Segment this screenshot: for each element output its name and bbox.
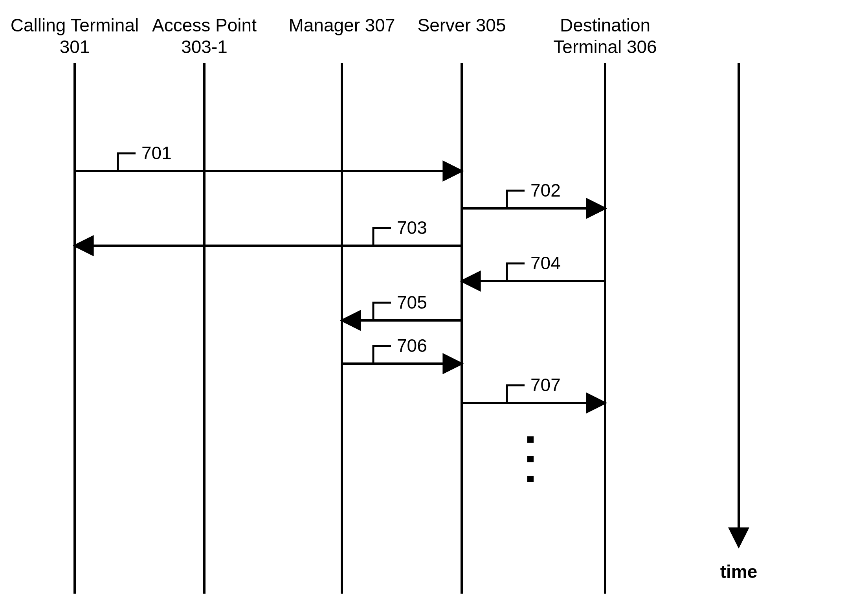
message-702: 702 [462, 180, 605, 208]
callout-bracket [373, 228, 391, 246]
message-704: 704 [462, 253, 605, 281]
callout-bracket [507, 263, 525, 281]
callout-bracket [507, 191, 525, 208]
ellipsis-icon [527, 436, 534, 482]
actor-label: Access Point [152, 15, 257, 35]
svg-rect-0 [527, 436, 534, 443]
message-label: 706 [397, 335, 427, 356]
message-label: 701 [141, 143, 172, 163]
actor-destination: DestinationTerminal 306 [553, 15, 657, 594]
actor-sublabel: Terminal 306 [553, 37, 657, 57]
message-707: 707 [462, 375, 605, 403]
callout-bracket [373, 303, 391, 320]
message-701: 701 [75, 143, 462, 171]
actor-label: Manager 307 [288, 15, 395, 35]
actor-sublabel: 303-1 [181, 37, 228, 57]
message-703: 703 [75, 217, 462, 246]
actor-access: Access Point303-1 [152, 15, 257, 594]
actor-label: Server 305 [417, 15, 506, 35]
actor-sublabel: 301 [60, 37, 90, 57]
actor-calling: Calling Terminal301 [11, 15, 139, 594]
actor-label: Destination [560, 15, 650, 35]
sequence-diagram: Calling Terminal301Access Point303-1Mana… [0, 0, 868, 607]
actor-label: Calling Terminal [11, 15, 139, 35]
svg-rect-1 [527, 456, 534, 462]
message-label: 702 [530, 180, 561, 200]
time-label: time [720, 561, 758, 582]
callout-bracket [507, 385, 525, 403]
message-705: 705 [342, 292, 462, 320]
message-label: 707 [530, 375, 561, 395]
actor-manager: Manager 307 [288, 15, 395, 594]
message-label: 703 [397, 217, 427, 238]
message-706: 706 [342, 335, 462, 364]
message-label: 705 [397, 292, 427, 313]
callout-bracket [118, 153, 136, 171]
actor-server: Server 305 [417, 15, 506, 594]
time-axis: time [720, 63, 758, 582]
svg-rect-2 [527, 476, 534, 482]
message-label: 704 [530, 253, 561, 273]
callout-bracket [373, 346, 391, 364]
